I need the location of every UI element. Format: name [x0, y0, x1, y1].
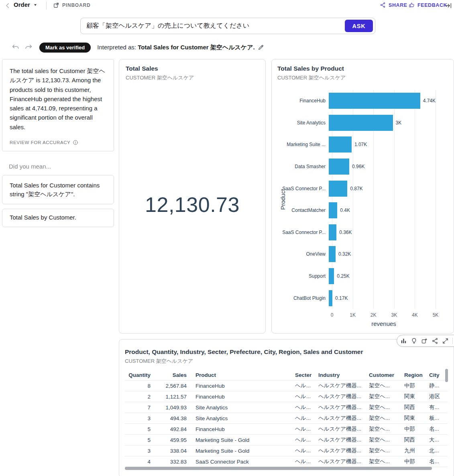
table-cell: ヘル... — [295, 415, 318, 422]
table-cell: SaaS Connector Pack — [187, 459, 295, 465]
table-cell: ヘル... — [295, 425, 318, 433]
table-cell: 板... — [429, 415, 448, 422]
back-button[interactable] — [4, 2, 11, 9]
table-card-subtitle: CUSTOMER 架空ヘルスケア — [125, 358, 448, 365]
pinboard-label: PINBOARD — [62, 2, 90, 8]
chart-category-label: SaaS Connector P... — [277, 186, 329, 191]
chart-row: SaaS Connector P...0.36K — [277, 222, 448, 244]
pinboard-button[interactable]: PINBOARD — [53, 2, 90, 8]
table-cell: 架空ヘ... — [369, 425, 404, 433]
table-cell: FinanceHub — [187, 383, 295, 389]
chart-row: ContactMatcher0.4K — [277, 199, 448, 222]
redo-icon[interactable] — [24, 43, 33, 52]
table-cell: 492.84 — [151, 426, 187, 432]
change-visualization-icon[interactable] — [421, 338, 428, 344]
table-cell: 5 — [125, 437, 151, 443]
table-cell: 架空ヘ... — [369, 382, 404, 389]
chart-value-label: 0.96K — [352, 164, 364, 169]
table-cell: 3 — [125, 448, 151, 454]
edit-pencil-icon[interactable] — [258, 44, 264, 51]
answer-name-dropdown[interactable]: Order — [14, 1, 38, 8]
suggestion-item[interactable]: Total Sales for Customer contains string… — [2, 175, 114, 204]
chart-value-label: 3K — [396, 120, 402, 126]
share-icon[interactable] — [432, 338, 438, 344]
chart-category-label: SaaS Connector P... — [277, 230, 329, 235]
table-header-cell[interactable]: Secter — [295, 372, 318, 378]
chart-row: Support0.25K — [277, 265, 448, 287]
feedback-button[interactable]: FEEDBACK — [409, 2, 447, 8]
chart-value-label: 4.74K — [423, 98, 436, 104]
search-input[interactable] — [81, 22, 345, 30]
chart-bar-area: 0.87K — [329, 181, 436, 197]
chart-bar[interactable] — [329, 202, 337, 218]
chart-category-label: Data Smasher — [277, 164, 329, 169]
chart-bar[interactable] — [329, 93, 420, 109]
info-circle-icon[interactable] — [73, 140, 78, 145]
collapse-panel-button[interactable] — [445, 2, 452, 9]
chart-bar[interactable] — [329, 115, 393, 131]
table-header-cell[interactable]: Industry — [318, 372, 369, 378]
chart-row: Data Smasher0.96K — [277, 156, 448, 178]
chart-value-label: 0.25K — [337, 273, 349, 279]
chart-bar[interactable] — [329, 290, 332, 306]
table-cell: ヘルスケア機器... — [318, 393, 369, 400]
chart-bar[interactable] — [329, 268, 334, 284]
table-cell: 有... — [429, 404, 448, 411]
table-cell: ヘル... — [295, 458, 318, 465]
table-cell: ヘルスケア機器... — [318, 458, 369, 465]
chart-bar[interactable] — [329, 159, 349, 175]
pinboard-icon — [53, 2, 59, 8]
table-cell: Marketing Suite - Gold — [187, 437, 295, 443]
chart-bar-area: 4.74K — [329, 93, 436, 109]
table-header-cell[interactable]: Quantity — [125, 372, 151, 378]
answer-name: Order — [14, 1, 30, 8]
table-cell: ヘル... — [295, 404, 318, 411]
chart-bar[interactable] — [329, 224, 336, 240]
table-cell: 九州 — [404, 447, 429, 454]
table-cell: 関東 — [404, 415, 429, 422]
kpi-value: 12,130.73 — [145, 193, 240, 217]
table-cell: ヘル... — [295, 393, 318, 400]
chart-bar-area: 0.36K — [329, 224, 436, 240]
table-cell: 関西 — [404, 404, 429, 411]
interpretation-row: Mark as verified Interpreted as: Total S… — [11, 42, 264, 53]
chart-bar[interactable] — [329, 246, 336, 262]
table-cell: FinanceHub — [187, 426, 295, 432]
suggestion-item[interactable]: Total Sales by Customer. — [2, 209, 114, 227]
spotiq-bulb-icon[interactable] — [411, 338, 417, 344]
table-header-cell[interactable]: Customer — [369, 372, 404, 378]
table-row: 82,567.84FinanceHubヘル...ヘルスケア機器...架空ヘ...… — [125, 380, 448, 391]
undo-icon[interactable] — [11, 43, 20, 52]
bar-chart-icon[interactable] — [400, 338, 407, 344]
mark-as-verified-button[interactable]: Mark as verified — [39, 43, 91, 53]
caret-down-icon — [33, 2, 38, 7]
table-header-cell[interactable]: Product — [187, 372, 295, 378]
review-for-accuracy: REVIEW FOR ACCURACY — [10, 140, 78, 145]
table-cell: ヘルスケア機器... — [318, 382, 369, 389]
table-horizontal-scrollbar[interactable] — [125, 467, 432, 470]
chart-bar[interactable] — [329, 181, 347, 197]
table-header-cell[interactable]: Sales — [151, 372, 187, 378]
table-cell: 2,567.84 — [151, 383, 187, 389]
table-vertical-scrollbar[interactable] — [445, 369, 448, 382]
ask-button[interactable]: ASK — [345, 20, 373, 32]
interpreted-as-text: Interpreted as: Total Sales for Customer… — [97, 44, 254, 51]
table-cell: 1,049.93 — [151, 405, 187, 411]
share-button[interactable]: SHARE — [380, 2, 407, 8]
chart-category-label: Support — [277, 273, 329, 279]
interpreted-query: Total Sales for Customer 架空ヘルスケア. — [138, 44, 255, 51]
chart-value-label: 0.17K — [335, 295, 348, 301]
table-cell: ヘルスケア機器... — [318, 404, 369, 411]
chart-bar[interactable] — [329, 136, 352, 153]
table-cell: 中部 — [404, 382, 429, 389]
chart-value-label: 0.32K — [338, 251, 351, 257]
share-icon — [380, 2, 386, 8]
review-label: REVIEW FOR ACCURACY — [10, 140, 70, 145]
chart-row: ChatBot Plugin0.17K — [277, 287, 448, 309]
maximize-icon[interactable] — [442, 338, 449, 344]
chart-row: Marketing Suite ...1.07K — [277, 134, 448, 156]
table-header-cell[interactable]: Region — [404, 372, 429, 378]
table-row: 5492.84FinanceHubヘル...ヘルスケア機器...架空ヘ...中部… — [125, 424, 448, 435]
table-cell: 5 — [125, 426, 151, 432]
table-row: 21,121.57FinanceHubヘル...ヘルスケア機器...架空ヘ...… — [125, 391, 448, 402]
